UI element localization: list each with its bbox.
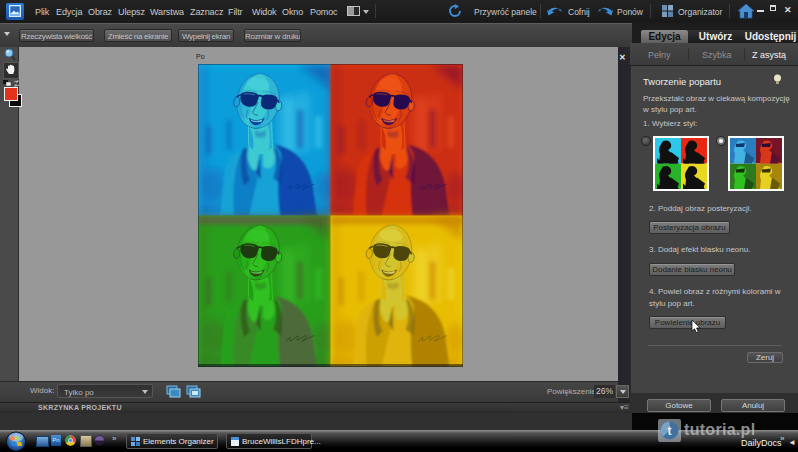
svg-text:t: t xyxy=(668,424,672,438)
